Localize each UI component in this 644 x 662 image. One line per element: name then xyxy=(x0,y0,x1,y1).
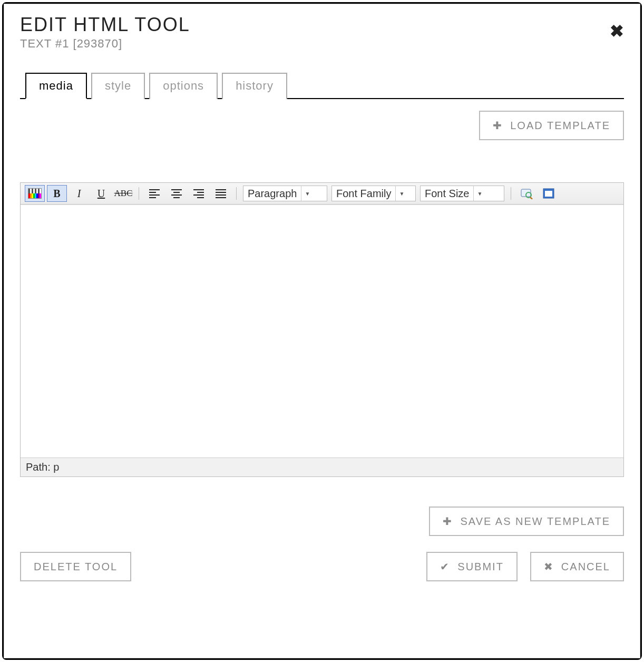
chevron-down-icon: ▼ xyxy=(395,186,404,201)
paragraph-format-select[interactable]: Paragraph ▼ xyxy=(243,186,327,201)
dialog-subtitle: TEXT #1 [293870] xyxy=(20,37,190,51)
align-justify-icon xyxy=(215,189,227,198)
path-value[interactable]: p xyxy=(53,461,59,473)
bottom-actions-2: DELETE TOOL ✔ SUBMIT ✖ CANCEL xyxy=(20,552,624,581)
underline-icon: U xyxy=(97,188,105,200)
preview-button[interactable] xyxy=(516,185,536,202)
path-label: Path: xyxy=(26,461,51,473)
submit-label: SUBMIT xyxy=(457,561,504,573)
tab-history[interactable]: history xyxy=(222,73,287,99)
plus-icon: ✚ xyxy=(443,515,453,528)
dialog-header: EDIT HTML TOOL TEXT #1 [293870] ✖ xyxy=(20,14,624,51)
save-as-new-template-button[interactable]: ✚ SAVE AS NEW TEMPLATE xyxy=(429,507,624,536)
font-size-select[interactable]: Font Size ▼ xyxy=(420,186,504,201)
svg-line-18 xyxy=(530,197,532,199)
cancel-label: CANCEL xyxy=(561,561,610,573)
delete-tool-button[interactable]: DELETE TOOL xyxy=(20,552,131,581)
align-right-icon xyxy=(193,189,204,198)
toolbar-separator xyxy=(511,187,511,200)
align-right-button[interactable] xyxy=(189,185,209,202)
fullscreen-button[interactable] xyxy=(539,185,559,202)
delete-tool-label: DELETE TOOL xyxy=(34,561,118,573)
paragraph-format-value: Paragraph xyxy=(248,188,297,200)
cancel-button[interactable]: ✖ CANCEL xyxy=(530,552,624,581)
align-center-button[interactable] xyxy=(167,185,187,202)
fullscreen-icon xyxy=(543,188,554,199)
check-icon: ✔ xyxy=(440,560,450,573)
underline-button[interactable]: U xyxy=(91,185,111,202)
tabs: media style options history xyxy=(20,72,624,99)
dialog-window: EDIT HTML TOOL TEXT #1 [293870] ✖ media … xyxy=(2,2,642,660)
bold-button[interactable]: B xyxy=(47,185,67,202)
plus-icon: ✚ xyxy=(493,119,503,132)
toolbar-separator xyxy=(236,187,237,200)
align-justify-button[interactable] xyxy=(211,185,231,202)
align-left-icon xyxy=(149,189,160,198)
close-icon: ✖ xyxy=(544,560,554,573)
strikethrough-icon: ABC xyxy=(114,188,133,199)
palette-icon xyxy=(28,188,42,199)
load-template-button[interactable]: ✚ LOAD TEMPLATE xyxy=(479,111,624,140)
align-center-icon xyxy=(171,189,182,198)
top-actions: ✚ LOAD TEMPLATE xyxy=(20,111,624,140)
font-family-select[interactable]: Font Family ▼ xyxy=(331,186,416,201)
load-template-label: LOAD TEMPLATE xyxy=(510,120,610,132)
toolbar-separator xyxy=(139,187,139,200)
submit-button[interactable]: ✔ SUBMIT xyxy=(426,552,518,581)
bottom-right-group: ✔ SUBMIT ✖ CANCEL xyxy=(426,552,624,581)
editor-toolbar: B I U ABC xyxy=(21,183,623,205)
align-left-button[interactable] xyxy=(144,185,164,202)
toolbar-group-1: B I U ABC xyxy=(24,185,134,202)
dialog-header-text: EDIT HTML TOOL TEXT #1 [293870] xyxy=(20,14,190,51)
rich-text-editor: B I U ABC xyxy=(20,182,624,477)
bottom-actions-1: ✚ SAVE AS NEW TEMPLATE xyxy=(20,507,624,536)
toolbar-group-align xyxy=(143,185,232,202)
toolbar-group-view xyxy=(515,185,560,202)
font-family-value: Font Family xyxy=(336,188,391,200)
editor-status-bar: Path: p xyxy=(21,457,623,476)
tab-options[interactable]: options xyxy=(149,73,218,99)
font-size-value: Font Size xyxy=(425,188,469,200)
italic-icon: I xyxy=(77,188,81,200)
tab-media[interactable]: media xyxy=(25,73,87,99)
preview-icon xyxy=(520,188,533,199)
editor-content-area[interactable] xyxy=(21,205,623,457)
bold-icon: B xyxy=(53,188,60,200)
close-icon[interactable]: ✖ xyxy=(610,21,624,41)
color-palette-button[interactable] xyxy=(25,185,45,202)
tab-style[interactable]: style xyxy=(91,73,145,99)
svg-rect-20 xyxy=(545,191,552,197)
chevron-down-icon: ▼ xyxy=(301,186,310,201)
chevron-down-icon: ▼ xyxy=(473,186,482,201)
strikethrough-button[interactable]: ABC xyxy=(113,185,133,202)
italic-button[interactable]: I xyxy=(69,185,89,202)
save-as-new-template-label: SAVE AS NEW TEMPLATE xyxy=(460,515,610,528)
dialog-inner: EDIT HTML TOOL TEXT #1 [293870] ✖ media … xyxy=(4,4,640,658)
dialog-title: EDIT HTML TOOL xyxy=(20,14,190,36)
